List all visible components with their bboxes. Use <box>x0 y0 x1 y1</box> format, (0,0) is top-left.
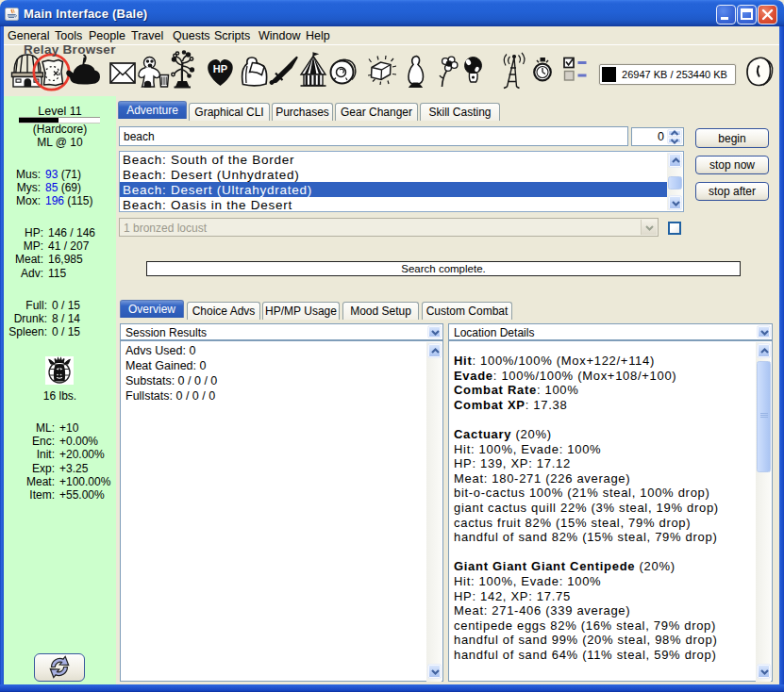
svg-text:HP: HP <box>213 63 227 74</box>
